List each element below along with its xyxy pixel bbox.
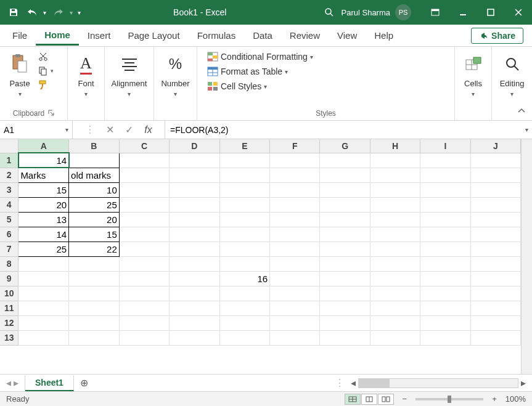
cell[interactable] [219,286,270,301]
cell[interactable] [470,153,520,168]
tab-formulas[interactable]: Formulas [189,26,245,44]
cell[interactable] [270,286,320,301]
cell[interactable] [320,315,370,330]
ribbon-display-button[interactable] [421,0,449,25]
row-header-10[interactable]: 10 [0,286,18,301]
page-break-view-button[interactable] [378,394,394,405]
cell[interactable] [470,197,520,212]
cell[interactable] [320,286,370,301]
cell[interactable] [270,315,320,330]
col-header-F[interactable]: F [270,139,320,153]
cell[interactable] [270,271,320,286]
horizontal-scrollbar[interactable] [358,378,518,388]
name-box[interactable]: ▾ [0,121,73,139]
cell[interactable] [470,256,520,271]
cell[interactable] [320,256,370,271]
cells-button[interactable]: Cells ▾ [459,49,488,100]
editing-button[interactable]: Editing ▾ [496,49,528,100]
cell[interactable] [119,330,169,345]
cell[interactable] [370,271,420,286]
cell-A3[interactable]: 15 [18,182,69,197]
cancel-formula-button[interactable]: ✕ [106,124,114,136]
redo-button[interactable] [50,4,67,21]
col-header-E[interactable]: E [219,139,270,153]
cell[interactable] [320,301,370,315]
cell[interactable] [219,182,270,197]
conditional-formatting-button[interactable]: Conditional Formatting ▾ [205,51,316,63]
cell[interactable] [420,227,470,242]
cell[interactable] [420,212,470,227]
cell-B6[interactable]: 15 [69,227,120,242]
cell[interactable] [170,330,219,345]
cell[interactable] [170,301,219,315]
cell[interactable] [270,330,320,345]
cell[interactable] [470,182,520,197]
cell[interactable] [370,212,420,227]
cell-A6[interactable]: 14 [18,227,69,242]
cell[interactable] [370,286,420,301]
cell[interactable] [420,286,470,301]
format-as-table-button[interactable]: Format as Table ▾ [205,65,316,78]
redo-dropdown[interactable]: ▾ [70,9,73,16]
save-button[interactable] [5,4,22,21]
sheet-nav[interactable]: ◂▸ [0,377,25,389]
cell[interactable] [270,301,320,315]
cell[interactable] [170,153,219,168]
col-header-B[interactable]: B [69,139,120,153]
minimize-button[interactable] [449,0,477,25]
add-sheet-button[interactable]: ⊕ [74,377,94,389]
formula-options-icon[interactable]: ⋮ [85,124,95,136]
cell[interactable] [420,271,470,286]
cell[interactable] [270,153,320,168]
fx-icon[interactable]: fx [144,124,152,136]
scroll-right-button[interactable]: ▸ [518,377,528,389]
name-box-input[interactable] [4,125,53,135]
col-header-D[interactable]: D [170,139,219,153]
share-button[interactable]: Share [471,28,523,44]
cell-A7[interactable]: 25 [18,242,69,256]
cell[interactable] [119,212,169,227]
cell[interactable] [470,168,520,182]
cell[interactable] [170,242,219,256]
cell[interactable] [18,271,69,286]
cell-A2[interactable]: Marks [18,168,69,182]
cell[interactable] [420,182,470,197]
cell[interactable] [119,227,169,242]
cell[interactable] [219,227,270,242]
cell[interactable] [420,242,470,256]
cell-B4[interactable]: 25 [69,197,120,212]
zoom-level[interactable]: 100% [505,394,526,404]
enter-formula-button[interactable]: ✓ [125,124,133,136]
normal-view-button[interactable] [345,394,361,405]
cell[interactable] [119,197,169,212]
col-header-G[interactable]: G [320,139,370,153]
cell-A4[interactable]: 20 [18,197,69,212]
cell[interactable] [470,271,520,286]
tab-home[interactable]: Home [36,26,79,46]
col-header-C[interactable]: C [119,139,169,153]
cell[interactable] [69,271,120,286]
cell[interactable] [420,256,470,271]
row-header-2[interactable]: 2 [0,168,18,182]
select-all-corner[interactable] [0,139,18,153]
cell[interactable] [69,330,120,345]
cell-B2[interactable]: old marks [69,168,120,182]
cell[interactable] [470,301,520,315]
number-button[interactable]: % Number ▾ [157,49,193,100]
row-header-3[interactable]: 3 [0,182,18,197]
cell[interactable] [69,256,120,271]
cell[interactable] [119,182,169,197]
cell[interactable] [170,227,219,242]
cell[interactable] [219,301,270,315]
cell[interactable] [18,256,69,271]
maximize-button[interactable] [477,0,504,25]
tab-view[interactable]: View [329,26,366,44]
cell[interactable] [370,182,420,197]
font-button[interactable]: A Font ▾ [72,49,101,100]
cell[interactable] [420,153,470,168]
cell[interactable] [320,168,370,182]
page-layout-view-button[interactable] [361,394,377,405]
cell[interactable] [320,182,370,197]
cell[interactable] [320,227,370,242]
cell[interactable] [219,168,270,182]
